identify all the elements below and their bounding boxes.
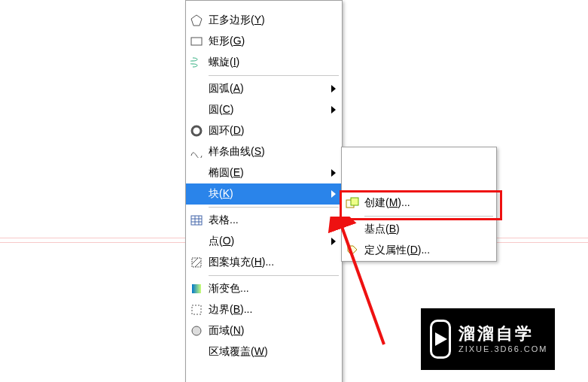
menu-item-rectangle[interactable]: 矩形(G) [186, 31, 342, 52]
menu-item-ellipse[interactable]: 椭圆(E) [186, 162, 342, 183]
menu-item-cut[interactable] [186, 1, 342, 10]
svg-rect-3 [191, 216, 202, 225]
menu-item-hatch[interactable]: 图案填充(H)... [186, 252, 342, 273]
watermark-logo: 溜溜自学 ZIXUE.3D66.COM [421, 308, 555, 370]
menu-item-region[interactable]: 面域(N) [186, 320, 342, 341]
menu-separator [209, 75, 339, 76]
menu-item-helix[interactable]: 螺旋(I) [186, 52, 342, 73]
submenu-arrow-icon [331, 188, 336, 200]
rectangle-icon [186, 36, 207, 47]
hatch-icon [186, 256, 207, 268]
draw-menu: 正多边形(Y) 矩形(G) 螺旋(I) 圆弧(A) 圆(C) 圆环(D) [185, 0, 343, 382]
menu-item-point[interactable]: 点(O) [186, 231, 342, 252]
menu-item-donut[interactable]: 圆环(D) [186, 120, 342, 141]
submenu-arrow-icon [331, 235, 336, 247]
region-icon [186, 325, 207, 337]
logo-subtitle: ZIXUE.3D66.COM [459, 345, 547, 353]
boundary-icon [186, 304, 207, 316]
svg-point-16 [349, 247, 351, 249]
menu-item-table[interactable]: 表格... [186, 210, 342, 231]
svg-point-2 [192, 126, 201, 135]
svg-point-13 [192, 326, 201, 335]
menu-item-wipeout[interactable]: 区域覆盖(W) [186, 341, 342, 362]
polygon-icon [186, 14, 207, 26]
submenu-item-define-attr[interactable]: 定义属性(D)... [342, 240, 496, 261]
menu-item-spline[interactable]: 样条曲线(S) [186, 141, 342, 162]
svg-line-10 [195, 261, 201, 267]
svg-rect-1 [191, 38, 202, 45]
table-icon [186, 215, 207, 226]
gradient-icon [186, 283, 207, 295]
logo-title: 溜溜自学 [459, 326, 547, 342]
svg-rect-12 [192, 305, 201, 314]
highlight-box [340, 190, 502, 220]
menu-item-arc[interactable]: 圆弧(A) [186, 78, 342, 99]
svg-marker-0 [191, 15, 202, 26]
donut-icon [186, 125, 207, 137]
helix-icon [186, 56, 207, 68]
submenu-item-basepoint[interactable]: 基点(B) [342, 219, 496, 240]
submenu-arrow-icon [331, 83, 336, 95]
menu-item-circle[interactable]: 圆(C) [186, 99, 342, 120]
play-icon [430, 320, 451, 359]
menu-item-gradient[interactable]: 渐变色... [186, 278, 342, 299]
spline-icon [186, 146, 207, 158]
menu-item-polygon[interactable]: 正多边形(Y) [186, 10, 342, 31]
menu-item-block[interactable]: 块(K) [186, 183, 342, 205]
menu-item-boundary[interactable]: 边界(B)... [186, 299, 342, 320]
tag-icon [342, 244, 363, 256]
submenu-arrow-icon [331, 167, 336, 179]
menu-separator [209, 275, 339, 276]
svg-rect-11 [192, 284, 201, 293]
submenu-spacer [342, 147, 496, 193]
menu-separator [209, 207, 339, 208]
submenu-arrow-icon [331, 104, 336, 116]
svg-line-9 [192, 258, 198, 264]
